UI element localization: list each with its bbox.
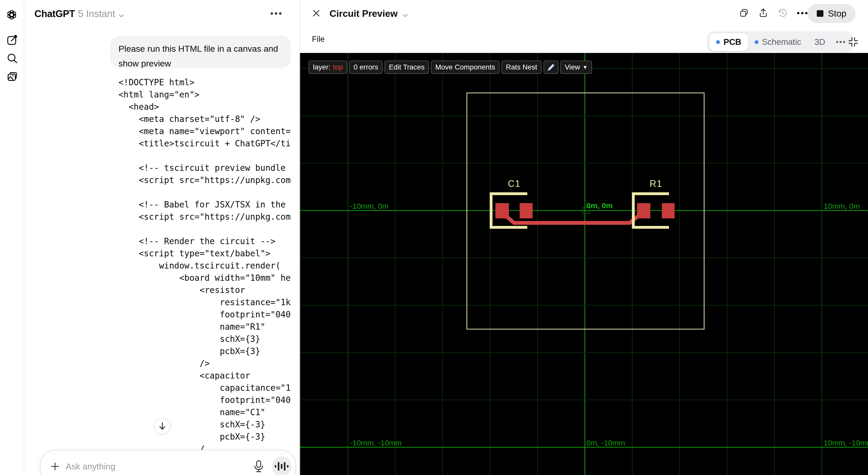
view-dropdown-button[interactable]: View ▼ — [560, 61, 592, 74]
coordinate-label: 0m, -10mm — [586, 439, 625, 447]
stop-button[interactable]: Stop — [808, 4, 856, 23]
attach-plus-icon[interactable] — [50, 461, 61, 472]
new-chat-icon[interactable] — [6, 34, 18, 46]
close-icon[interactable] — [311, 8, 321, 18]
view-mode-tabs: PCB Schematic 3D ••• — [707, 32, 853, 53]
canvas-header-actions: ••• — [739, 8, 809, 18]
app-title: ChatGPT — [34, 8, 75, 19]
copy-icon[interactable] — [739, 8, 749, 18]
history-icon[interactable] — [777, 8, 788, 18]
user-message-bubble: Please run this HTML file in a canvas an… — [110, 36, 291, 68]
errors-button[interactable]: 0 errors — [349, 61, 382, 74]
canvas-header: Circuit Preview ••• Stop — [300, 0, 868, 27]
coordinate-label: -10mm, -10mm — [350, 439, 402, 447]
chat-options-icon[interactable]: ••• — [270, 8, 283, 19]
c1-label: C1 — [508, 178, 521, 189]
chatgpt-app: ChatGPT 5 Instant ••• Please run this HT… — [0, 0, 868, 475]
canvas-title-dropdown[interactable]: Circuit Preview — [330, 8, 408, 20]
c1-pad1[interactable] — [495, 203, 509, 218]
collapse-canvas-icon[interactable] — [847, 36, 859, 48]
scroll-to-bottom-button[interactable] — [154, 418, 171, 435]
chevron-down-icon — [118, 9, 124, 20]
model-name: 5 Instant — [78, 8, 115, 19]
search-icon[interactable] — [6, 53, 18, 64]
layer-button[interactable]: layer: top — [309, 61, 347, 74]
coordinate-label: 10mm, -10mm — [824, 439, 868, 447]
schematic-status-dot — [754, 40, 758, 44]
canvas-more-options-icon[interactable]: ••• — [797, 8, 809, 18]
library-icon[interactable] — [6, 71, 18, 82]
voice-mode-button[interactable] — [272, 456, 291, 475]
tab-schematic[interactable]: Schematic — [748, 33, 808, 51]
share-icon[interactable] — [758, 8, 769, 18]
pcb-status-dot — [716, 40, 720, 44]
message-composer — [40, 450, 296, 475]
r1-pad1[interactable] — [637, 203, 650, 218]
pcb-drawing: C1 R1 -10mm, 0m 0m, 0m 10mm, 0m -10mm, -… — [300, 53, 868, 475]
coordinate-label: 10mm, 0m — [824, 202, 860, 210]
microphone-icon[interactable] — [253, 460, 265, 473]
arrow-down-icon — [158, 422, 166, 431]
coordinate-label: -10mm, 0m — [350, 202, 389, 210]
move-components-button[interactable]: Move Components — [431, 61, 499, 74]
pencil-tool-button[interactable] — [544, 61, 558, 74]
c1-pad2[interactable] — [520, 203, 533, 218]
stop-square-icon — [817, 10, 824, 17]
pcb-canvas[interactable]: C1 R1 -10mm, 0m 0m, 0m 10mm, 0m -10mm, -… — [300, 53, 868, 475]
chat-input[interactable] — [66, 462, 253, 471]
r1-label: R1 — [650, 178, 662, 189]
chat-column: ChatGPT 5 Instant ••• Please run this HT… — [24, 0, 300, 475]
chat-header: ChatGPT 5 Instant ••• — [24, 0, 300, 27]
pencil-icon — [547, 63, 555, 71]
openai-logo-icon[interactable] — [6, 9, 18, 22]
sidebar-rail — [0, 0, 24, 475]
code-block: <!DOCTYPE html><html lang="en"> <head> <… — [119, 76, 291, 455]
coordinate-label: 0m, 0m — [586, 201, 613, 210]
chevron-down-icon — [402, 9, 408, 20]
dropdown-caret-icon: ▼ — [583, 64, 588, 70]
r1-pad2[interactable] — [662, 203, 675, 218]
edit-traces-button[interactable]: Edit Traces — [384, 61, 429, 74]
pcb-grid — [300, 53, 868, 475]
tab-pcb[interactable]: PCB — [710, 33, 748, 51]
pcb-toolbar: layer: top 0 errors Edit Traces Move Com… — [309, 61, 592, 74]
model-selector[interactable]: ChatGPT 5 Instant — [34, 8, 124, 20]
rats-nest-button[interactable]: Rats Nest — [501, 61, 541, 74]
canvas-panel: Circuit Preview ••• Stop — [300, 0, 868, 475]
file-menu[interactable]: File — [312, 35, 325, 44]
tab-3d[interactable]: 3D — [808, 33, 832, 51]
canvas-title: Circuit Preview — [330, 8, 398, 19]
